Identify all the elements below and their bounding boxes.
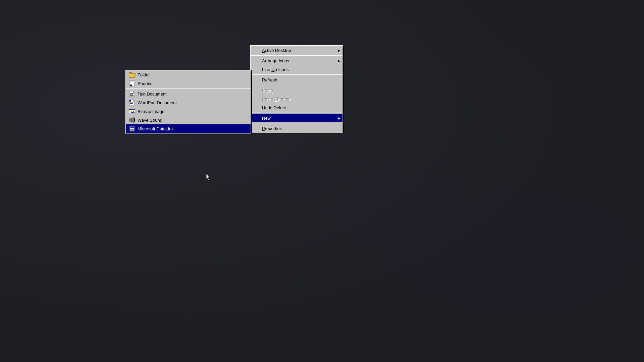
svg-rect-21: [130, 103, 133, 104]
paste-shortcut-label: Paste Shortcut Paste Shortcut: [262, 97, 336, 102]
menu-item-arrange-icons[interactable]: Arrange Icons ▶: [251, 56, 342, 65]
svg-rect-12: [130, 93, 133, 94]
svg-rect-2: [129, 74, 135, 77]
shortcut-label: Shortcut: [138, 81, 244, 86]
wave-sound-label: Wave Sound: [138, 118, 244, 123]
svg-rect-22: [129, 109, 135, 114]
properties-label: Properties: [262, 126, 336, 131]
active-desktop-label: Active Desktop: [262, 48, 336, 53]
separator-5: [251, 123, 342, 123]
folder-label: Folder: [138, 72, 244, 77]
new-submenu: Folder Shortcut: [125, 70, 251, 134]
menu-item-properties[interactable]: Properties: [251, 124, 342, 133]
menu-item-paste-shortcut[interactable]: Paste Shortcut Paste Shortcut: [251, 95, 342, 103]
ms-datalink-label: Microsoft DataLink: [138, 126, 244, 131]
new-label: New: [262, 116, 336, 121]
menu-item-shortcut[interactable]: Shortcut: [126, 79, 251, 88]
svg-marker-17: [133, 100, 135, 101]
separator-2: [251, 74, 342, 75]
svg-rect-31: [130, 130, 132, 131]
text-document-label: Text Document: [138, 92, 244, 97]
svg-rect-5: [130, 81, 133, 82]
svg-rect-35: [130, 129, 132, 129]
undo-delete-label: Undo Delete: [262, 105, 336, 110]
svg-rect-19: [130, 102, 133, 102]
svg-rect-14: [130, 95, 133, 95]
svg-rect-18: [129, 100, 131, 102]
arrow-right-icon: ▶: [338, 49, 340, 52]
menu-item-new[interactable]: New ▶: [251, 114, 342, 122]
svg-rect-33: [130, 127, 134, 128]
shortcut-icon: [129, 80, 136, 87]
wave-sound-icon: [129, 117, 136, 123]
menu-item-refresh[interactable]: Refresh: [251, 75, 342, 84]
wordpad-document-icon: [129, 99, 136, 106]
arrow-right-icon-3: ▶: [338, 116, 340, 120]
menu-item-bitmap-image[interactable]: Bitmap Image: [126, 107, 251, 116]
svg-rect-23: [129, 109, 135, 110]
svg-rect-15: [130, 95, 133, 96]
svg-rect-6: [130, 83, 133, 83]
separator-4: [251, 113, 342, 113]
folder-icon: [129, 71, 136, 78]
menu-item-line-up-icons[interactable]: Line Up Icons: [251, 65, 342, 74]
svg-marker-11: [133, 91, 135, 93]
svg-point-24: [130, 111, 131, 112]
menu-item-paste[interactable]: Paste Paste: [251, 86, 342, 95]
line-up-icons-label: Line Up Icons: [262, 67, 336, 72]
paste-icon: [253, 87, 260, 94]
ms-datalink-icon: [129, 125, 136, 132]
separator-1: [251, 55, 342, 56]
paste-shortcut-icon: [253, 96, 260, 102]
menu-item-wordpad-document[interactable]: WordPad Document: [126, 98, 251, 107]
svg-marker-28: [131, 117, 133, 123]
wordpad-document-label: WordPad Document: [138, 100, 244, 105]
menu-item-folder[interactable]: Folder: [126, 70, 251, 79]
svg-rect-34: [130, 128, 133, 128]
menu-item-active-desktop[interactable]: Active Desktop ▶: [251, 46, 342, 55]
arrange-icons-label: Arrange Icons: [262, 58, 336, 63]
paste-label: Paste Paste: [262, 88, 336, 93]
refresh-label: Refresh: [262, 77, 336, 82]
line-up-icons-icon: [253, 66, 260, 73]
new-icon: [253, 115, 260, 121]
refresh-icon: [253, 76, 260, 83]
bitmap-image-icon: [129, 108, 136, 115]
undo-delete-icon: [253, 104, 260, 111]
text-document-icon: [129, 90, 136, 97]
menu-item-wave-sound[interactable]: Wave Sound: [126, 116, 251, 124]
svg-rect-3: [129, 73, 135, 74]
menu-item-ms-datalink[interactable]: Microsoft DataLink: [126, 124, 251, 133]
arrow-right-icon-2: ▶: [338, 59, 340, 63]
svg-rect-20: [130, 103, 133, 103]
svg-rect-32: [132, 130, 134, 131]
properties-icon: [253, 125, 260, 132]
separator-3: [251, 85, 342, 85]
svg-rect-27: [129, 119, 131, 121]
svg-rect-13: [130, 94, 133, 94]
arrange-icons-icon: [253, 57, 260, 64]
sub-separator-1: [126, 88, 251, 89]
bitmap-image-label: Bitmap Image: [138, 109, 244, 114]
main-context-menu: Active Desktop ▶ Arrange Icons ▶ Line Up…: [250, 45, 343, 133]
menu-item-text-document[interactable]: Text Document: [126, 89, 251, 98]
menu-item-undo-delete[interactable]: Undo Delete: [251, 103, 342, 112]
active-desktop-icon: [253, 47, 260, 54]
